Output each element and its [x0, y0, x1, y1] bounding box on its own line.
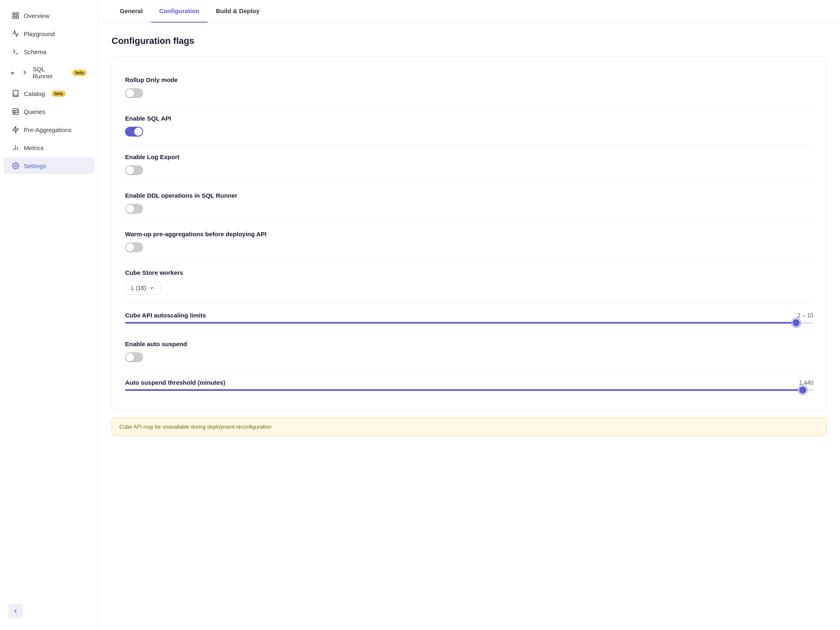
- metrics-icon: [11, 144, 20, 152]
- config-item-enable-sql-api: Enable SQL API: [125, 107, 813, 145]
- toggle-track-enable-log-export: [125, 165, 143, 175]
- toggle-rollup-only[interactable]: [125, 88, 813, 98]
- config-label-warmup-pre-agg: Warm-up pre-aggregations before deployin…: [125, 231, 813, 237]
- beta-badge: beta: [52, 91, 66, 97]
- back-button[interactable]: [8, 604, 23, 619]
- overview-icon: [11, 11, 20, 20]
- range-slider-auto-suspend-threshold[interactable]: [125, 389, 813, 391]
- catalog-icon: [11, 89, 20, 98]
- config-label-enable-ddl: Enable DDL operations in SQL Runner: [125, 192, 813, 199]
- sidebar-item-label: Pre-Aggregations: [24, 126, 72, 133]
- sidebar-item-label: Schema: [24, 48, 46, 55]
- section-title: Configuration flags: [112, 36, 827, 46]
- svg-marker-9: [13, 127, 18, 133]
- toggle-enable-log-export[interactable]: [125, 165, 813, 175]
- config-item-enable-ddl: Enable DDL operations in SQL Runner: [125, 184, 813, 222]
- svg-rect-0: [13, 13, 15, 15]
- config-label-auto-suspend-threshold: Auto suspend threshold (minutes): [125, 379, 225, 386]
- config-item-cube-store-workers: Cube Store workers L (16): [125, 261, 813, 304]
- config-label-cube-store-workers: Cube Store workers: [125, 269, 813, 276]
- sidebar-item-label: Settings: [24, 162, 46, 169]
- sql-runner-icon: [21, 68, 29, 77]
- arrow-icon: ▶: [11, 71, 15, 75]
- schema-icon: [11, 48, 20, 56]
- sidebar-item-overview[interactable]: Overview: [3, 7, 95, 24]
- sidebar-item-catalog[interactable]: Catalogbeta: [3, 85, 95, 102]
- tab-build-deploy[interactable]: Build & Deploy: [208, 0, 268, 23]
- sidebar-item-label: SQL Runner: [33, 66, 66, 80]
- tab-configuration[interactable]: Configuration: [151, 0, 208, 23]
- sidebar-item-playground[interactable]: Playground: [3, 25, 95, 42]
- sidebar-item-schema[interactable]: Schema: [3, 43, 95, 60]
- toggle-track-enable-auto-suspend: [125, 352, 143, 362]
- queries-icon: [11, 107, 20, 116]
- sidebar-item-label: Playground: [24, 30, 55, 37]
- config-card: Rollup Only mode Enable SQL API Enable L…: [112, 56, 827, 411]
- range-slider-cube-api-autoscaling[interactable]: [125, 322, 813, 324]
- sidebar: OverviewPlaygroundSchema▶SQL RunnerbetaC…: [0, 0, 98, 630]
- config-item-enable-auto-suspend: Enable auto suspend: [125, 332, 813, 371]
- dropdown-cube-store-workers[interactable]: L (16): [125, 281, 160, 295]
- config-label-enable-sql-api: Enable SQL API: [125, 115, 813, 122]
- svg-rect-5: [13, 109, 18, 114]
- dropdown-value-cube-store-workers: L (16): [131, 285, 146, 291]
- tabs-bar: GeneralConfigurationBuild & Deploy: [98, 0, 840, 23]
- slider-value-auto-suspend-threshold: 1,440: [799, 379, 813, 386]
- main-content: GeneralConfigurationBuild & Deploy Confi…: [98, 0, 840, 630]
- sidebar-item-label: Overview: [24, 12, 50, 19]
- svg-rect-3: [16, 16, 18, 18]
- config-item-auto-suspend-threshold: Auto suspend threshold (minutes) 1,440: [125, 371, 813, 399]
- svg-rect-1: [16, 13, 18, 15]
- toggle-track-warmup-pre-agg: [125, 242, 143, 252]
- sidebar-item-sql-runner[interactable]: ▶SQL Runnerbeta: [3, 62, 95, 84]
- sidebar-item-label: Queries: [24, 108, 46, 115]
- svg-point-13: [15, 165, 17, 167]
- playground-icon: [11, 30, 20, 38]
- slider-container-cube-api-autoscaling: Cube API autoscaling limits 2 – 10: [125, 312, 813, 324]
- tab-general[interactable]: General: [112, 0, 151, 23]
- slider-value-cube-api-autoscaling: 2 – 10: [797, 312, 813, 319]
- toggle-enable-auto-suspend[interactable]: [125, 352, 813, 362]
- sidebar-item-label: Catalog: [24, 90, 45, 97]
- slider-header-cube-api-autoscaling: Cube API autoscaling limits 2 – 10: [125, 312, 813, 319]
- config-label-enable-log-export: Enable Log Export: [125, 153, 813, 160]
- warning-banner: Cube API may be unavailable during deplo…: [112, 418, 827, 436]
- sidebar-item-queries[interactable]: Queries: [3, 103, 95, 120]
- config-label-enable-auto-suspend: Enable auto suspend: [125, 340, 813, 347]
- config-label-rollup-only: Rollup Only mode: [125, 76, 813, 83]
- toggle-warmup-pre-agg[interactable]: [125, 242, 813, 252]
- toggle-track-enable-ddl: [125, 204, 143, 214]
- chevron-down-icon: [149, 285, 154, 290]
- config-item-warmup-pre-agg: Warm-up pre-aggregations before deployin…: [125, 222, 813, 261]
- config-label-cube-api-autoscaling: Cube API autoscaling limits: [125, 312, 206, 319]
- config-item-rollup-only: Rollup Only mode: [125, 68, 813, 107]
- sidebar-item-settings[interactable]: Settings: [3, 158, 95, 174]
- svg-rect-2: [13, 16, 15, 18]
- content-area: Configuration flags Rollup Only mode Ena…: [98, 23, 840, 449]
- pre-aggregations-icon: [11, 126, 20, 134]
- sidebar-item-label: Metrics: [24, 144, 43, 151]
- toggle-enable-ddl[interactable]: [125, 204, 813, 214]
- slider-header-auto-suspend-threshold: Auto suspend threshold (minutes) 1,440: [125, 379, 813, 386]
- toggle-enable-sql-api[interactable]: [125, 127, 813, 137]
- toggle-track-rollup-only: [125, 88, 143, 98]
- settings-icon: [11, 162, 20, 170]
- toggle-track-enable-sql-api: [125, 127, 143, 137]
- beta-badge: beta: [72, 70, 87, 76]
- slider-container-auto-suspend-threshold: Auto suspend threshold (minutes) 1,440: [125, 379, 813, 391]
- config-item-cube-api-autoscaling: Cube API autoscaling limits 2 – 10: [125, 304, 813, 332]
- config-item-enable-log-export: Enable Log Export: [125, 145, 813, 184]
- sidebar-item-pre-aggregations[interactable]: Pre-Aggregations: [3, 121, 95, 138]
- sidebar-item-metrics[interactable]: Metrics: [3, 139, 95, 156]
